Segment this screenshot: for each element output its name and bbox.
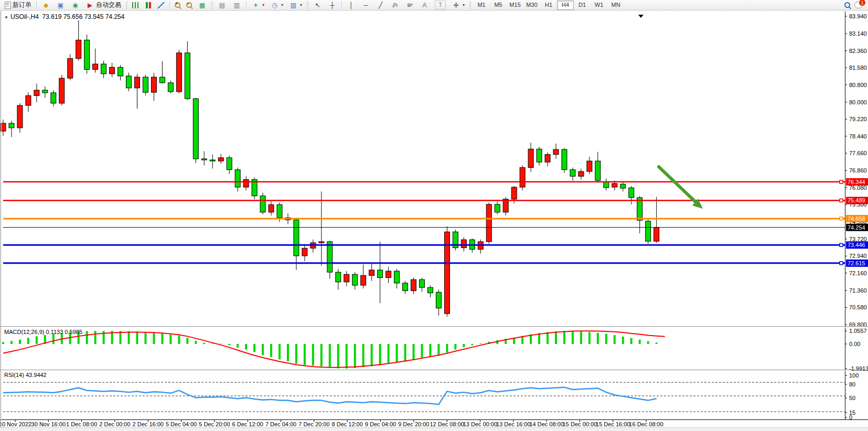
candlestick-chart-icon	[145, 2, 152, 8]
candlestick	[520, 165, 525, 190]
timeframe-button-M30[interactable]: M30	[523, 1, 540, 10]
time-axis-label: 6 Dec 12:00	[232, 421, 263, 427]
arrows-button[interactable]: ✢▾	[449, 0, 467, 10]
price-tick-label: 80.000	[849, 99, 867, 105]
toolbar-grip	[211, 2, 213, 9]
text-label-button[interactable]: T	[432, 0, 448, 10]
macd-axis-label: 0.00	[849, 341, 860, 347]
candlestick-chart-button[interactable]	[142, 0, 154, 10]
templates-button[interactable]: ▤	[215, 0, 229, 10]
line-chart-button[interactable]	[155, 0, 167, 10]
templates-icon: ▤	[218, 1, 227, 9]
macd-axis-label: 1.0557	[849, 328, 867, 334]
status-bar	[0, 427, 868, 431]
crosshair-button[interactable]: ┼	[325, 0, 339, 10]
notification-badge: 1	[859, 0, 866, 6]
chevron-down-icon: ▾	[463, 3, 465, 7]
time-axis-label: 13 Dec 00:00	[463, 421, 497, 427]
timeframe-button-M5[interactable]: M5	[490, 1, 507, 10]
timeframe-button-M15[interactable]: M15	[507, 1, 523, 10]
chart-window: 83.94083.14082.36081.58080.80080.00079.2…	[0, 11, 868, 428]
price-tick-label: 81.580	[849, 64, 867, 71]
price-tag: 76.344	[846, 178, 868, 186]
navigator-button[interactable]: ◉	[68, 0, 82, 10]
zoom-out-button[interactable]: −	[184, 0, 195, 10]
equidistant-channel-button[interactable]: ⫽E	[388, 0, 402, 10]
text-icon: A	[420, 1, 429, 9]
time-axis-label: 8 Dec 12:00	[332, 421, 363, 427]
time-axis-label: 12 Dec 08:00	[430, 421, 464, 427]
text-button[interactable]: A	[417, 0, 432, 10]
cursor-icon: ↖	[313, 1, 322, 9]
timeframe-button-M1[interactable]: M1	[473, 1, 490, 10]
vertical-line-button[interactable]: │	[344, 0, 358, 10]
data-window-button[interactable]: ▣	[53, 0, 68, 10]
macd-indicator-label: MACD(12,26,9) 0.1133 0.5985	[4, 329, 82, 335]
periods-button[interactable]: ◷▾	[267, 0, 286, 10]
time-axis-label: 5 Dec 20:00	[199, 421, 230, 427]
chart-style-button[interactable]: ▧▾	[286, 0, 305, 10]
time-axis-label: 9 Dec 04:00	[365, 421, 396, 427]
bar-chart-icon	[132, 2, 139, 8]
price-tick-label: 80.800	[849, 82, 867, 88]
vertical-line-icon: │	[347, 1, 356, 9]
price-tick-label: 83.940	[849, 13, 867, 19]
ohlc-values: 73.619 75.656 73.545 74.254	[42, 13, 125, 20]
zoom-out-icon: −	[186, 2, 192, 8]
timeframe-button-H1[interactable]: H1	[540, 1, 557, 10]
time-axis-label: 5 Dec 04:00	[166, 421, 197, 427]
separator	[246, 2, 247, 9]
symbol-dropdown-icon[interactable]: ▼	[4, 15, 8, 20]
price-tag: 74.254	[846, 224, 868, 231]
cursor-button[interactable]: ↖	[310, 0, 325, 10]
text-label-icon: T	[435, 1, 446, 9]
timeframe-toolbar: M1M5M15M30H1H4D1W1MN	[473, 1, 624, 10]
timeframe-button-MN[interactable]: MN	[607, 1, 624, 10]
price-tag: 74.658	[846, 215, 868, 222]
horizontal-line-button[interactable]: ─	[359, 0, 373, 10]
candlestick	[84, 35, 90, 74]
time-axis-label: 7 Dec 04:00	[265, 421, 296, 427]
price-chart[interactable]: 83.94083.14082.36081.58080.80080.00079.2…	[0, 11, 868, 428]
autotrading-button[interactable]: ▶ 自动交易	[83, 0, 124, 10]
toolbar-grip	[307, 2, 308, 9]
timeframe-button-W1[interactable]: W1	[591, 1, 607, 10]
chevron-down-icon: ▾	[300, 3, 302, 7]
candlestick	[453, 230, 458, 250]
new-order-label: 新订单	[13, 1, 31, 9]
price-tick-label: 69.800	[849, 321, 867, 328]
candlestick	[252, 177, 257, 199]
rsi-value: 43.9442	[26, 372, 47, 378]
time-axis-label: 30 Nov 2022	[0, 421, 31, 427]
search-icon[interactable]	[844, 2, 850, 8]
line-chart-icon	[157, 2, 165, 8]
chart-title: ▼USOil-,H4 73.619 75.656 73.545 74.254	[4, 13, 124, 20]
price-tick-label: 79.220	[849, 116, 867, 122]
new-order-icon	[5, 2, 11, 9]
macd-name: MACD(12,26,9)	[4, 329, 44, 335]
svg-text:73.446: 73.446	[848, 242, 865, 248]
timeframe-button-H4[interactable]: H4	[557, 1, 574, 10]
fibonacci-button[interactable]: ≡F	[403, 0, 417, 10]
rsi-axis-label: 50	[849, 395, 855, 401]
profiles-button[interactable]: ▥	[230, 0, 244, 10]
add-indicator-button[interactable]: +▾	[249, 0, 267, 10]
trend-line-button[interactable]: ╱	[373, 0, 388, 10]
rsi-axis-label: 80	[849, 381, 855, 387]
new-order-button[interactable]: 新订单	[2, 0, 34, 10]
rsi-indicator-label: RSI(14) 43.9442	[4, 372, 47, 378]
autotrading-label: 自动交易	[96, 1, 121, 9]
time-axis-label: 1 Dec 08:00	[66, 421, 97, 427]
zoom-in-button[interactable]: +	[172, 0, 183, 10]
bar-chart-button[interactable]	[130, 0, 142, 10]
timeframe-button-D1[interactable]: D1	[574, 1, 591, 10]
time-axis-label: 2 Dec 00:00	[99, 421, 130, 427]
tile-windows-button[interactable]: ▦	[195, 0, 209, 10]
candlestick	[646, 219, 651, 244]
price-tick-label: 77.660	[849, 150, 867, 156]
separator	[36, 2, 37, 9]
time-axis-label: 15 Dec 00:00	[563, 421, 597, 427]
notifications-icon[interactable]: 1	[854, 2, 863, 8]
market-watch-button[interactable]: ◆	[39, 0, 53, 10]
time-axis-label: 14 Dec 08:00	[529, 421, 563, 427]
